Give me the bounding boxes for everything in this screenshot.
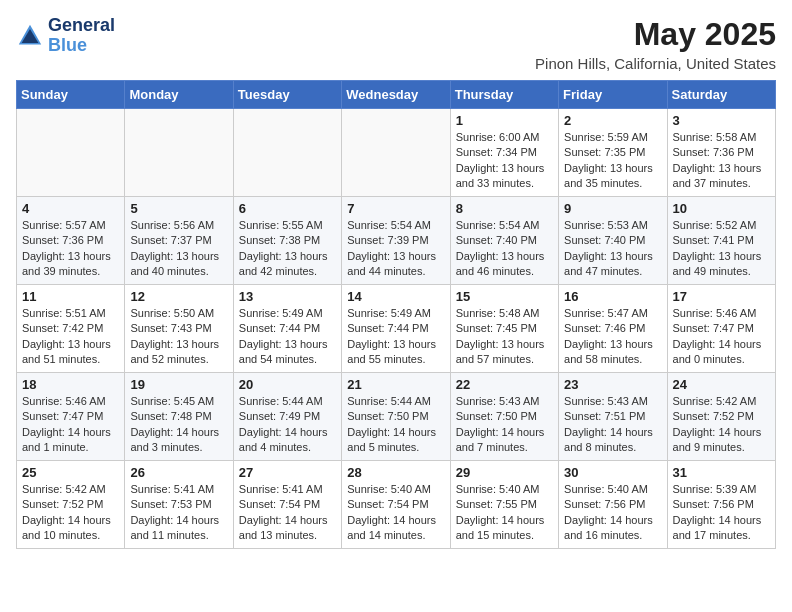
- day-number: 5: [130, 201, 227, 216]
- weekday-header-monday: Monday: [125, 81, 233, 109]
- calendar-cell: [17, 109, 125, 197]
- week-row-5: 25Sunrise: 5:42 AMSunset: 7:52 PMDayligh…: [17, 461, 776, 549]
- day-number: 13: [239, 289, 336, 304]
- day-info: Sunrise: 5:44 AMSunset: 7:49 PMDaylight:…: [239, 394, 336, 456]
- day-number: 24: [673, 377, 770, 392]
- day-number: 9: [564, 201, 661, 216]
- day-info: Sunrise: 5:42 AMSunset: 7:52 PMDaylight:…: [673, 394, 770, 456]
- day-info: Sunrise: 5:51 AMSunset: 7:42 PMDaylight:…: [22, 306, 119, 368]
- calendar-cell: 9Sunrise: 5:53 AMSunset: 7:40 PMDaylight…: [559, 197, 667, 285]
- weekday-header-tuesday: Tuesday: [233, 81, 341, 109]
- day-info: Sunrise: 5:39 AMSunset: 7:56 PMDaylight:…: [673, 482, 770, 544]
- day-info: Sunrise: 5:40 AMSunset: 7:56 PMDaylight:…: [564, 482, 661, 544]
- calendar-cell: 18Sunrise: 5:46 AMSunset: 7:47 PMDayligh…: [17, 373, 125, 461]
- calendar-cell: 31Sunrise: 5:39 AMSunset: 7:56 PMDayligh…: [667, 461, 775, 549]
- week-row-4: 18Sunrise: 5:46 AMSunset: 7:47 PMDayligh…: [17, 373, 776, 461]
- day-number: 4: [22, 201, 119, 216]
- day-number: 2: [564, 113, 661, 128]
- calendar-cell: 11Sunrise: 5:51 AMSunset: 7:42 PMDayligh…: [17, 285, 125, 373]
- calendar-cell: 10Sunrise: 5:52 AMSunset: 7:41 PMDayligh…: [667, 197, 775, 285]
- day-number: 26: [130, 465, 227, 480]
- day-info: Sunrise: 5:52 AMSunset: 7:41 PMDaylight:…: [673, 218, 770, 280]
- calendar-cell: 2Sunrise: 5:59 AMSunset: 7:35 PMDaylight…: [559, 109, 667, 197]
- day-info: Sunrise: 5:48 AMSunset: 7:45 PMDaylight:…: [456, 306, 553, 368]
- day-number: 17: [673, 289, 770, 304]
- day-info: Sunrise: 5:46 AMSunset: 7:47 PMDaylight:…: [673, 306, 770, 368]
- day-number: 21: [347, 377, 444, 392]
- weekday-header-thursday: Thursday: [450, 81, 558, 109]
- calendar-cell: [233, 109, 341, 197]
- calendar-cell: 13Sunrise: 5:49 AMSunset: 7:44 PMDayligh…: [233, 285, 341, 373]
- day-info: Sunrise: 6:00 AMSunset: 7:34 PMDaylight:…: [456, 130, 553, 192]
- day-number: 29: [456, 465, 553, 480]
- calendar-cell: 24Sunrise: 5:42 AMSunset: 7:52 PMDayligh…: [667, 373, 775, 461]
- day-number: 7: [347, 201, 444, 216]
- calendar-cell: 25Sunrise: 5:42 AMSunset: 7:52 PMDayligh…: [17, 461, 125, 549]
- day-number: 10: [673, 201, 770, 216]
- day-info: Sunrise: 5:59 AMSunset: 7:35 PMDaylight:…: [564, 130, 661, 192]
- weekday-header-sunday: Sunday: [17, 81, 125, 109]
- day-info: Sunrise: 5:40 AMSunset: 7:54 PMDaylight:…: [347, 482, 444, 544]
- day-info: Sunrise: 5:43 AMSunset: 7:50 PMDaylight:…: [456, 394, 553, 456]
- day-info: Sunrise: 5:54 AMSunset: 7:39 PMDaylight:…: [347, 218, 444, 280]
- page-header: General Blue May 2025 Pinon Hills, Calif…: [16, 16, 776, 72]
- day-info: Sunrise: 5:41 AMSunset: 7:54 PMDaylight:…: [239, 482, 336, 544]
- calendar-table: SundayMondayTuesdayWednesdayThursdayFrid…: [16, 80, 776, 549]
- day-info: Sunrise: 5:50 AMSunset: 7:43 PMDaylight:…: [130, 306, 227, 368]
- day-info: Sunrise: 5:57 AMSunset: 7:36 PMDaylight:…: [22, 218, 119, 280]
- logo-icon: [16, 22, 44, 50]
- day-info: Sunrise: 5:44 AMSunset: 7:50 PMDaylight:…: [347, 394, 444, 456]
- calendar-cell: 6Sunrise: 5:55 AMSunset: 7:38 PMDaylight…: [233, 197, 341, 285]
- calendar-cell: 30Sunrise: 5:40 AMSunset: 7:56 PMDayligh…: [559, 461, 667, 549]
- day-info: Sunrise: 5:49 AMSunset: 7:44 PMDaylight:…: [239, 306, 336, 368]
- day-number: 19: [130, 377, 227, 392]
- calendar-cell: 20Sunrise: 5:44 AMSunset: 7:49 PMDayligh…: [233, 373, 341, 461]
- calendar-cell: 23Sunrise: 5:43 AMSunset: 7:51 PMDayligh…: [559, 373, 667, 461]
- day-info: Sunrise: 5:58 AMSunset: 7:36 PMDaylight:…: [673, 130, 770, 192]
- day-info: Sunrise: 5:53 AMSunset: 7:40 PMDaylight:…: [564, 218, 661, 280]
- day-number: 1: [456, 113, 553, 128]
- weekday-header-saturday: Saturday: [667, 81, 775, 109]
- calendar-cell: 29Sunrise: 5:40 AMSunset: 7:55 PMDayligh…: [450, 461, 558, 549]
- day-number: 31: [673, 465, 770, 480]
- day-number: 25: [22, 465, 119, 480]
- calendar-cell: 7Sunrise: 5:54 AMSunset: 7:39 PMDaylight…: [342, 197, 450, 285]
- day-number: 14: [347, 289, 444, 304]
- day-number: 6: [239, 201, 336, 216]
- day-info: Sunrise: 5:43 AMSunset: 7:51 PMDaylight:…: [564, 394, 661, 456]
- day-number: 11: [22, 289, 119, 304]
- week-row-1: 1Sunrise: 6:00 AMSunset: 7:34 PMDaylight…: [17, 109, 776, 197]
- calendar-cell: 5Sunrise: 5:56 AMSunset: 7:37 PMDaylight…: [125, 197, 233, 285]
- day-info: Sunrise: 5:46 AMSunset: 7:47 PMDaylight:…: [22, 394, 119, 456]
- calendar-cell: 4Sunrise: 5:57 AMSunset: 7:36 PMDaylight…: [17, 197, 125, 285]
- calendar-cell: 12Sunrise: 5:50 AMSunset: 7:43 PMDayligh…: [125, 285, 233, 373]
- calendar-cell: 26Sunrise: 5:41 AMSunset: 7:53 PMDayligh…: [125, 461, 233, 549]
- title-block: May 2025 Pinon Hills, California, United…: [535, 16, 776, 72]
- calendar-cell: 14Sunrise: 5:49 AMSunset: 7:44 PMDayligh…: [342, 285, 450, 373]
- week-row-2: 4Sunrise: 5:57 AMSunset: 7:36 PMDaylight…: [17, 197, 776, 285]
- day-number: 12: [130, 289, 227, 304]
- weekday-header-wednesday: Wednesday: [342, 81, 450, 109]
- week-row-3: 11Sunrise: 5:51 AMSunset: 7:42 PMDayligh…: [17, 285, 776, 373]
- day-info: Sunrise: 5:56 AMSunset: 7:37 PMDaylight:…: [130, 218, 227, 280]
- calendar-cell: 27Sunrise: 5:41 AMSunset: 7:54 PMDayligh…: [233, 461, 341, 549]
- calendar-cell: 17Sunrise: 5:46 AMSunset: 7:47 PMDayligh…: [667, 285, 775, 373]
- main-title: May 2025: [535, 16, 776, 53]
- calendar-cell: 16Sunrise: 5:47 AMSunset: 7:46 PMDayligh…: [559, 285, 667, 373]
- calendar-cell: 21Sunrise: 5:44 AMSunset: 7:50 PMDayligh…: [342, 373, 450, 461]
- day-number: 30: [564, 465, 661, 480]
- calendar-cell: 1Sunrise: 6:00 AMSunset: 7:34 PMDaylight…: [450, 109, 558, 197]
- calendar-cell: [125, 109, 233, 197]
- logo-text: General Blue: [48, 16, 115, 56]
- day-number: 28: [347, 465, 444, 480]
- calendar-cell: 19Sunrise: 5:45 AMSunset: 7:48 PMDayligh…: [125, 373, 233, 461]
- calendar-cell: 22Sunrise: 5:43 AMSunset: 7:50 PMDayligh…: [450, 373, 558, 461]
- calendar-header-row: SundayMondayTuesdayWednesdayThursdayFrid…: [17, 81, 776, 109]
- day-number: 16: [564, 289, 661, 304]
- day-number: 18: [22, 377, 119, 392]
- day-number: 15: [456, 289, 553, 304]
- day-number: 22: [456, 377, 553, 392]
- weekday-header-friday: Friday: [559, 81, 667, 109]
- calendar-cell: 15Sunrise: 5:48 AMSunset: 7:45 PMDayligh…: [450, 285, 558, 373]
- day-number: 8: [456, 201, 553, 216]
